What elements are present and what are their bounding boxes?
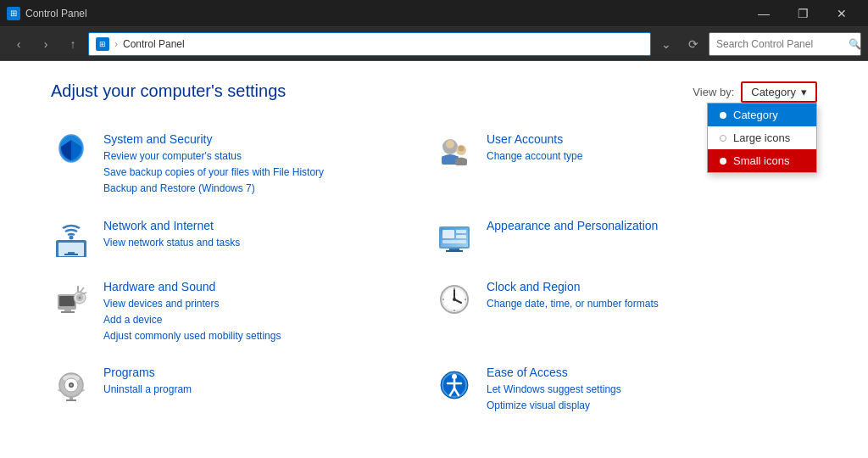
dropdown-item-small-icons[interactable]: Small icons bbox=[708, 149, 816, 172]
user-accounts-icon bbox=[434, 131, 475, 172]
clock-title[interactable]: Clock and Region bbox=[487, 280, 581, 293]
ease-access-content: Ease of Access Let Windows suggest setti… bbox=[487, 365, 817, 414]
programs-link-1[interactable]: Uninstall a program bbox=[103, 382, 434, 398]
svg-rect-21 bbox=[446, 250, 463, 252]
maximize-button[interactable]: ❐ bbox=[783, 0, 822, 27]
network-link-1[interactable]: View network status and tasks bbox=[103, 235, 434, 251]
category-network: Network and Internet View network status… bbox=[51, 208, 434, 269]
svg-rect-45 bbox=[66, 399, 76, 401]
svg-rect-28 bbox=[61, 311, 75, 313]
refresh-button[interactable]: ⟳ bbox=[682, 32, 705, 56]
appearance-icon bbox=[434, 218, 475, 259]
svg-rect-7 bbox=[455, 159, 467, 165]
window-controls: — ❐ ✕ bbox=[744, 0, 861, 27]
hardware-link-1[interactable]: View devices and printers bbox=[103, 296, 434, 312]
user-accounts-title[interactable]: User Accounts bbox=[487, 132, 563, 146]
category-system-security: System and Security Review your computer… bbox=[51, 121, 434, 208]
hardware-icon bbox=[51, 279, 92, 320]
system-security-icon bbox=[51, 131, 92, 172]
dropdown-item-category[interactable]: Category bbox=[708, 103, 816, 126]
up-button[interactable]: ↑ bbox=[61, 32, 85, 56]
dropdown-item-label: Small icons bbox=[733, 154, 789, 167]
search-icon: 🔍 bbox=[849, 38, 861, 50]
clock-links: Change date, time, or number formats bbox=[487, 296, 817, 312]
dropdown-item-label: Category bbox=[733, 109, 778, 121]
window-title: Control Panel bbox=[25, 8, 744, 20]
forward-button[interactable]: › bbox=[34, 32, 58, 56]
hardware-links: View devices and printers Add a device A… bbox=[103, 296, 434, 345]
ease-access-link-1[interactable]: Let Windows suggest settings bbox=[487, 382, 817, 398]
programs-title[interactable]: Programs bbox=[103, 366, 155, 379]
address-bar[interactable]: ⊞ › Control Panel bbox=[88, 32, 651, 56]
svg-rect-18 bbox=[456, 235, 466, 238]
svg-point-3 bbox=[446, 140, 454, 148]
system-security-content: System and Security Review your computer… bbox=[103, 131, 434, 198]
view-by-row: View by: Category ▾ Category Large icons bbox=[693, 81, 817, 103]
breadcrumb-separator: › bbox=[114, 38, 118, 50]
ease-access-links: Let Windows suggest settings Optimize vi… bbox=[487, 382, 817, 414]
svg-point-48 bbox=[452, 374, 457, 379]
content-area: Adjust your computer's settings View by:… bbox=[0, 61, 868, 458]
hardware-content: Hardware and Sound View devices and prin… bbox=[103, 279, 434, 345]
back-button[interactable]: ‹ bbox=[7, 32, 31, 56]
ease-access-title[interactable]: Ease of Access bbox=[487, 366, 568, 379]
svg-point-33 bbox=[453, 298, 456, 301]
system-security-title[interactable]: System and Security bbox=[103, 132, 212, 146]
programs-icon bbox=[51, 365, 92, 405]
hardware-link-2[interactable]: Add a device bbox=[103, 312, 434, 328]
main-content: Adjust your computer's settings View by:… bbox=[0, 61, 868, 458]
svg-point-43 bbox=[70, 384, 73, 387]
svg-rect-11 bbox=[64, 254, 78, 255]
app-icon: ⊞ bbox=[7, 7, 20, 20]
category-clock: Clock and Region Change date, time, or n… bbox=[434, 269, 817, 355]
selected-dot bbox=[720, 158, 726, 165]
clock-icon bbox=[434, 279, 475, 320]
close-button[interactable]: ✕ bbox=[822, 0, 861, 27]
system-security-links: Review your computer's status Save backu… bbox=[103, 148, 434, 198]
hardware-title[interactable]: Hardware and Sound bbox=[103, 280, 215, 293]
network-links: View network status and tasks bbox=[103, 235, 434, 251]
appearance-content: Appearance and Personalization bbox=[487, 218, 817, 235]
appearance-title[interactable]: Appearance and Personalization bbox=[487, 219, 658, 232]
svg-point-26 bbox=[79, 296, 81, 299]
svg-rect-23 bbox=[59, 296, 75, 306]
view-by-label: View by: bbox=[693, 86, 734, 98]
ease-access-link-2[interactable]: Optimize visual display bbox=[487, 398, 817, 414]
network-content: Network and Internet View network status… bbox=[103, 218, 434, 251]
address-icon: ⊞ bbox=[96, 37, 109, 51]
search-input[interactable] bbox=[716, 38, 843, 50]
breadcrumb-location: Control Panel bbox=[123, 38, 185, 50]
dropdown-item-large-icons[interactable]: Large icons bbox=[708, 126, 816, 149]
svg-point-6 bbox=[459, 146, 465, 152]
programs-content: Programs Uninstall a program bbox=[103, 365, 434, 398]
minimize-button[interactable]: — bbox=[744, 0, 783, 27]
ease-access-icon bbox=[434, 365, 475, 405]
selected-dot bbox=[720, 112, 726, 119]
unselected-dot bbox=[720, 135, 726, 142]
category-label: Category bbox=[751, 86, 796, 98]
network-title[interactable]: Network and Internet bbox=[103, 219, 214, 232]
network-icon bbox=[51, 218, 92, 259]
category-hardware: Hardware and Sound View devices and prin… bbox=[51, 269, 434, 355]
category-button[interactable]: Category ▾ bbox=[741, 81, 817, 103]
clock-link-1[interactable]: Change date, time, or number formats bbox=[487, 296, 817, 312]
svg-rect-19 bbox=[442, 240, 466, 243]
system-security-link-2[interactable]: Save backup copies of your files with Fi… bbox=[103, 165, 434, 181]
search-box[interactable]: 🔍 bbox=[709, 32, 861, 56]
category-ease-access: Ease of Access Let Windows suggest setti… bbox=[434, 355, 817, 424]
dropdown-arrow-icon: ▾ bbox=[801, 86, 807, 98]
programs-links: Uninstall a program bbox=[103, 382, 434, 398]
category-dropdown[interactable]: Category ▾ Category Large icons Small ic… bbox=[741, 81, 817, 103]
hardware-link-3[interactable]: Adjust commonly used mobility settings bbox=[103, 328, 434, 344]
dropdown-item-label: Large icons bbox=[733, 131, 790, 144]
svg-rect-17 bbox=[456, 230, 466, 233]
navigation-bar: ‹ › ↑ ⊞ › Control Panel ⌄ ⟳ 🔍 bbox=[0, 27, 868, 61]
dropdown-button[interactable]: ⌄ bbox=[654, 32, 678, 56]
system-security-link-1[interactable]: Review your computer's status bbox=[103, 148, 434, 165]
system-security-link-3[interactable]: Backup and Restore (Windows 7) bbox=[103, 181, 434, 197]
svg-rect-16 bbox=[442, 230, 454, 238]
clock-content: Clock and Region Change date, time, or n… bbox=[487, 279, 817, 312]
dropdown-menu: Category Large icons Small icons bbox=[707, 103, 817, 173]
category-programs: Programs Uninstall a program bbox=[51, 355, 434, 424]
title-bar: ⊞ Control Panel — ❐ ✕ bbox=[0, 0, 868, 27]
